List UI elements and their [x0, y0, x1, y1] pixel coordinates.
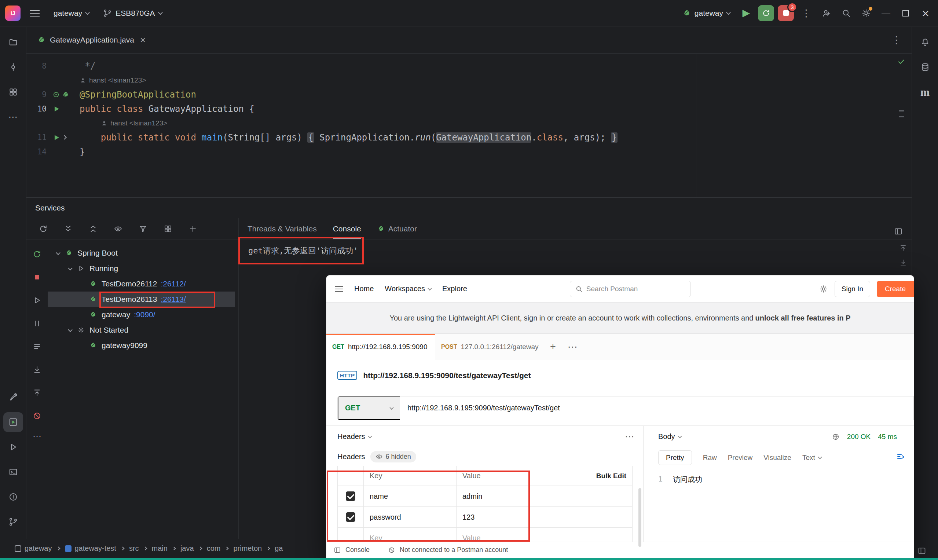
postman-search[interactable] [570, 281, 691, 297]
code-line[interactable]: 10public class GatewayApplication { [26, 102, 912, 116]
rerun-service-button[interactable] [29, 246, 45, 262]
filter-button[interactable] [135, 221, 151, 237]
new-tab-button[interactable]: + [544, 334, 562, 360]
more-tools-button[interactable]: ⋯ [3, 107, 23, 127]
code-with-me-button[interactable] [818, 5, 835, 21]
build-tool-button[interactable] [3, 387, 23, 407]
project-selector[interactable]: gateway [49, 5, 94, 22]
tab-actuator[interactable]: Actuator [377, 218, 417, 239]
postman-menu-button[interactable] [335, 289, 343, 289]
view-options-button[interactable] [110, 221, 126, 237]
hidden-headers-toggle[interactable]: 6 hidden [371, 451, 416, 462]
url-input[interactable]: http://192.168.9.195:9090/test/gatewayTe… [400, 404, 567, 412]
code-line[interactable]: 11 public static void main(String[] args… [26, 130, 912, 145]
search-everywhere-button[interactable] [838, 5, 854, 21]
breadcrumb-item[interactable]: primeton [233, 544, 262, 553]
breadcrumb-item[interactable]: gateway-test [65, 544, 116, 553]
beautify-button[interactable] [896, 452, 905, 461]
services-tree-item-testdemo26112[interactable]: TestDemo26112:26112/ [48, 276, 235, 292]
chevron-down-icon[interactable] [65, 267, 75, 270]
value-cell[interactable]: admin [457, 486, 549, 506]
run-button[interactable]: ▶ [738, 5, 754, 21]
services-tool-button[interactable] [3, 412, 23, 432]
editor-tab[interactable]: GatewayApplication.java × [31, 27, 152, 53]
resume-button[interactable] [29, 292, 45, 308]
services-tree-item-gateway9099[interactable]: gateway9099 [48, 338, 235, 353]
breadcrumb-item[interactable]: gateway [15, 544, 52, 553]
stop-button[interactable]: 3 [778, 5, 794, 21]
view-tab-preview[interactable]: Preview [728, 454, 753, 462]
value-cell-placeholder[interactable]: Value [457, 528, 549, 542]
scroll-up-button[interactable] [29, 385, 45, 401]
database-tool-button[interactable] [915, 57, 935, 77]
mute-breakpoints-button[interactable] [29, 408, 45, 424]
postman-settings-button[interactable] [819, 285, 828, 293]
scrollbar[interactable] [638, 488, 641, 547]
method-selector[interactable]: GET [338, 397, 400, 420]
services-tree-item-testdemo26113[interactable]: TestDemo26113:26113/ [48, 292, 235, 307]
git-tool-button[interactable] [3, 512, 23, 532]
author-hint-row[interactable]: hanst <lsinan123> [26, 116, 912, 130]
key-cell[interactable]: name [364, 486, 457, 506]
tab-threads-variables[interactable]: Threads & Variables [248, 218, 317, 239]
services-tree-item-spring-boot[interactable]: Spring Boot [48, 245, 235, 261]
more-actions-kebab[interactable]: ⋮ [798, 7, 815, 19]
create-button[interactable]: Create [877, 281, 914, 297]
tab-console[interactable]: Console [333, 218, 361, 239]
run-config-selector[interactable]: gateway [678, 5, 735, 22]
main-menu-button[interactable] [26, 5, 44, 22]
commit-tool-button[interactable] [3, 57, 23, 77]
request-tab-2[interactable]: POST127.0.0.1:26112/gateway [435, 334, 544, 360]
response-body[interactable]: 1 访问成功 [644, 468, 914, 485]
code-line[interactable]: 9@SpringBootApplication [26, 87, 912, 102]
description-cell[interactable] [549, 486, 632, 506]
breadcrumb-item[interactable]: src [129, 544, 139, 553]
expand-all-button[interactable] [60, 221, 76, 237]
view-tab-pretty[interactable]: Pretty [658, 450, 692, 465]
params-section-selector[interactable]: Headers [337, 432, 371, 441]
stop-service-button[interactable] [29, 269, 45, 285]
split-view-button[interactable] [890, 223, 906, 240]
scroll-to-bottom-icon[interactable] [899, 258, 907, 267]
layout-settings-button[interactable] [914, 543, 930, 559]
select-all-cell[interactable] [338, 466, 364, 486]
more-debug-actions[interactable]: ⋯ [29, 431, 45, 441]
breadcrumb-item[interactable]: com [207, 544, 221, 553]
breadcrumb-item[interactable]: java [180, 544, 194, 553]
inspection-widget[interactable] [897, 57, 906, 117]
code-editor[interactable]: 8 */hanst <lsinan123>9@SpringBootApplica… [26, 54, 912, 197]
window-maximize-button[interactable] [898, 5, 914, 21]
run-tool-button[interactable] [3, 437, 23, 457]
console-output[interactable]: get请求,无参返回'访问成功' [239, 240, 912, 256]
format-selector[interactable]: Text [802, 454, 821, 462]
tab-close-icon[interactable]: × [140, 34, 146, 46]
key-cell[interactable]: password [364, 507, 457, 528]
key-cell-placeholder[interactable]: Key [364, 528, 457, 542]
value-cell[interactable]: 123 [457, 507, 549, 528]
view-tab-visualize[interactable]: Visualize [763, 454, 791, 462]
row-checkbox[interactable] [346, 512, 355, 522]
terminal-tool-button[interactable] [3, 462, 23, 482]
view-tab-raw[interactable]: Raw [703, 454, 717, 462]
request-tab-1[interactable]: GEThttp://192.168.9.195:9090 [326, 334, 435, 360]
project-tool-button[interactable] [3, 32, 23, 52]
thread-dump-button[interactable] [29, 338, 45, 355]
add-service-button[interactable] [185, 221, 201, 237]
rerun-button[interactable] [758, 5, 774, 21]
structure-tool-button[interactable] [3, 82, 23, 102]
sign-in-button[interactable]: Sign In [835, 281, 870, 297]
window-close-button[interactable]: × [918, 5, 933, 21]
chevron-down-icon[interactable] [52, 252, 63, 255]
code-line[interactable]: 14} [26, 145, 912, 159]
collapse-all-button[interactable] [85, 221, 101, 237]
refresh-services-button[interactable] [35, 221, 51, 237]
scroll-to-top-icon[interactable] [899, 244, 907, 252]
service-port-link[interactable]: :26112/ [161, 280, 186, 288]
window-minimize-button[interactable]: — [878, 5, 894, 21]
service-port-link[interactable]: :26113/ [161, 295, 186, 304]
tabbar-options-kebab[interactable]: ⋮ [888, 34, 905, 46]
code-line[interactable]: 8 */ [26, 58, 912, 73]
maven-tool-button[interactable]: m [915, 82, 935, 102]
author-hint-row[interactable]: hanst <lsinan123> [26, 73, 912, 87]
search-input[interactable] [586, 285, 685, 293]
